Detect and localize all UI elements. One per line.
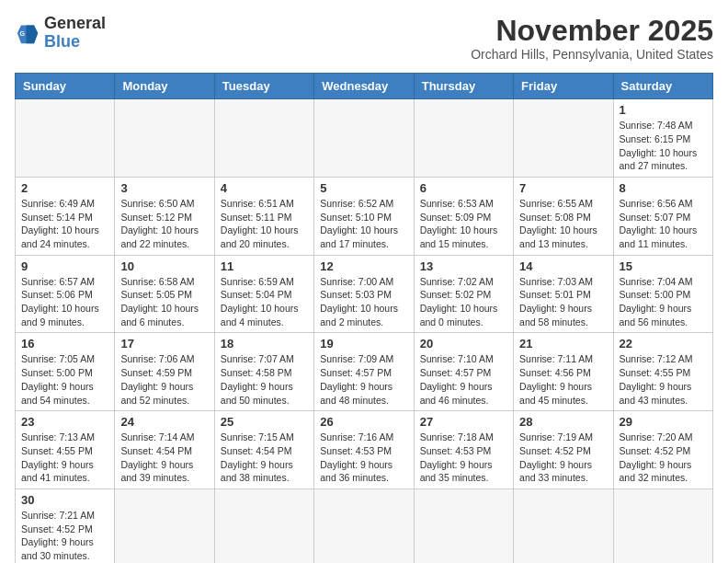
day-number: 5 <box>320 181 407 195</box>
day-info: Sunrise: 7:06 AM Sunset: 4:59 PM Dayligh… <box>120 352 208 407</box>
day-info: Sunrise: 7:16 AM Sunset: 4:53 PM Dayligh… <box>320 431 407 485</box>
day-info: Sunrise: 7:02 AM Sunset: 5:02 PM Dayligh… <box>420 275 507 329</box>
title-block: November 2025 Orchard Hills, Pennsylvani… <box>471 15 713 62</box>
calendar-cell: 8Sunrise: 6:56 AM Sunset: 5:07 PM Daylig… <box>613 177 712 255</box>
calendar-cell: 20Sunrise: 7:10 AM Sunset: 4:57 PM Dayli… <box>414 333 513 411</box>
calendar-week-row: 30Sunrise: 7:21 AM Sunset: 4:52 PM Dayli… <box>16 488 713 563</box>
calendar-cell: 6Sunrise: 6:53 AM Sunset: 5:09 PM Daylig… <box>414 177 513 255</box>
calendar-cell <box>514 99 613 178</box>
calendar-cell <box>115 488 214 563</box>
calendar-cell: 3Sunrise: 6:50 AM Sunset: 5:12 PM Daylig… <box>115 177 214 255</box>
day-info: Sunrise: 6:59 AM Sunset: 5:04 PM Dayligh… <box>221 275 308 329</box>
weekday-header-wednesday: Wednesday <box>314 74 414 99</box>
day-info: Sunrise: 6:53 AM Sunset: 5:09 PM Dayligh… <box>420 197 507 251</box>
day-info: Sunrise: 6:56 AM Sunset: 5:07 PM Dayligh… <box>620 197 707 251</box>
day-number: 28 <box>519 415 607 429</box>
day-number: 26 <box>320 415 407 429</box>
day-number: 4 <box>221 181 308 195</box>
day-info: Sunrise: 7:13 AM Sunset: 4:55 PM Dayligh… <box>21 431 108 485</box>
day-info: Sunrise: 7:21 AM Sunset: 4:52 PM Dayligh… <box>21 509 108 563</box>
calendar-cell <box>514 488 613 563</box>
day-number: 27 <box>420 415 507 429</box>
month-title: November 2025 <box>471 15 713 47</box>
day-info: Sunrise: 7:10 AM Sunset: 4:57 PM Dayligh… <box>420 352 507 407</box>
day-info: Sunrise: 7:05 AM Sunset: 5:00 PM Dayligh… <box>21 352 108 407</box>
day-number: 29 <box>620 415 707 429</box>
calendar-cell <box>613 488 712 563</box>
calendar-cell <box>214 488 313 563</box>
calendar-cell: 12Sunrise: 7:00 AM Sunset: 5:03 PM Dayli… <box>314 255 414 333</box>
weekday-header-monday: Monday <box>115 74 214 99</box>
svg-text:G: G <box>20 30 26 37</box>
logo-general-text: General <box>44 14 106 32</box>
page-header: G General Blue November 2025 Orchard Hil… <box>15 15 713 62</box>
calendar-cell: 25Sunrise: 7:15 AM Sunset: 4:54 PM Dayli… <box>214 411 313 489</box>
calendar-cell: 29Sunrise: 7:20 AM Sunset: 4:52 PM Dayli… <box>613 411 712 489</box>
calendar-cell: 16Sunrise: 7:05 AM Sunset: 5:00 PM Dayli… <box>16 333 115 411</box>
day-info: Sunrise: 6:57 AM Sunset: 5:06 PM Dayligh… <box>21 275 108 329</box>
day-number: 1 <box>620 103 707 117</box>
day-number: 20 <box>420 337 507 350</box>
day-info: Sunrise: 6:50 AM Sunset: 5:12 PM Dayligh… <box>120 197 208 251</box>
day-number: 19 <box>320 337 407 350</box>
calendar-week-row: 16Sunrise: 7:05 AM Sunset: 5:00 PM Dayli… <box>16 333 713 411</box>
day-number: 9 <box>21 259 108 273</box>
day-number: 23 <box>21 415 108 429</box>
calendar-cell: 18Sunrise: 7:07 AM Sunset: 4:58 PM Dayli… <box>214 333 313 411</box>
calendar-cell: 23Sunrise: 7:13 AM Sunset: 4:55 PM Dayli… <box>16 411 115 489</box>
calendar-cell <box>414 488 513 563</box>
calendar-cell: 17Sunrise: 7:06 AM Sunset: 4:59 PM Dayli… <box>115 333 214 411</box>
day-number: 16 <box>21 337 108 350</box>
logo-label: General Blue <box>44 15 106 52</box>
logo-blue-text: Blue <box>44 32 80 51</box>
weekday-header-saturday: Saturday <box>613 74 712 99</box>
day-number: 10 <box>120 259 208 273</box>
calendar-week-row: 9Sunrise: 6:57 AM Sunset: 5:06 PM Daylig… <box>16 255 713 333</box>
day-number: 8 <box>620 181 707 195</box>
day-number: 18 <box>221 337 308 350</box>
day-number: 7 <box>519 181 607 195</box>
day-number: 15 <box>620 259 707 273</box>
day-info: Sunrise: 7:11 AM Sunset: 4:56 PM Dayligh… <box>519 352 607 407</box>
day-info: Sunrise: 7:14 AM Sunset: 4:54 PM Dayligh… <box>120 431 208 485</box>
day-info: Sunrise: 7:15 AM Sunset: 4:54 PM Dayligh… <box>221 431 308 485</box>
weekday-header-thursday: Thursday <box>414 74 513 99</box>
calendar-cell: 2Sunrise: 6:49 AM Sunset: 5:14 PM Daylig… <box>16 177 115 255</box>
calendar-cell: 1Sunrise: 7:48 AM Sunset: 6:15 PM Daylig… <box>613 99 712 178</box>
day-info: Sunrise: 6:52 AM Sunset: 5:10 PM Dayligh… <box>320 197 407 251</box>
weekday-header-friday: Friday <box>514 74 613 99</box>
day-number: 2 <box>21 181 108 195</box>
calendar-cell: 28Sunrise: 7:19 AM Sunset: 4:52 PM Dayli… <box>514 411 613 489</box>
calendar-cell: 14Sunrise: 7:03 AM Sunset: 5:01 PM Dayli… <box>514 255 613 333</box>
generalblue-logo-icon: G <box>15 20 40 46</box>
logo: G General Blue <box>15 15 106 52</box>
calendar-cell <box>314 488 414 563</box>
day-number: 30 <box>21 493 108 507</box>
calendar-cell: 9Sunrise: 6:57 AM Sunset: 5:06 PM Daylig… <box>16 255 115 333</box>
calendar-cell <box>115 99 214 178</box>
day-info: Sunrise: 7:04 AM Sunset: 5:00 PM Dayligh… <box>620 275 707 329</box>
calendar-cell: 19Sunrise: 7:09 AM Sunset: 4:57 PM Dayli… <box>314 333 414 411</box>
calendar-cell: 11Sunrise: 6:59 AM Sunset: 5:04 PM Dayli… <box>214 255 313 333</box>
day-info: Sunrise: 7:48 AM Sunset: 6:15 PM Dayligh… <box>620 119 707 173</box>
calendar-cell: 22Sunrise: 7:12 AM Sunset: 4:55 PM Dayli… <box>613 333 712 411</box>
day-number: 21 <box>519 337 607 350</box>
calendar-cell: 27Sunrise: 7:18 AM Sunset: 4:53 PM Dayli… <box>414 411 513 489</box>
calendar-cell: 24Sunrise: 7:14 AM Sunset: 4:54 PM Dayli… <box>115 411 214 489</box>
calendar-cell: 30Sunrise: 7:21 AM Sunset: 4:52 PM Dayli… <box>16 488 115 563</box>
day-number: 11 <box>221 259 308 273</box>
day-number: 3 <box>120 181 208 195</box>
calendar-header-row: SundayMondayTuesdayWednesdayThursdayFrid… <box>16 74 713 99</box>
calendar-week-row: 23Sunrise: 7:13 AM Sunset: 4:55 PM Dayli… <box>16 411 713 489</box>
day-number: 17 <box>120 337 208 350</box>
weekday-header-sunday: Sunday <box>16 74 115 99</box>
calendar-cell <box>414 99 513 178</box>
day-info: Sunrise: 7:12 AM Sunset: 4:55 PM Dayligh… <box>620 352 707 407</box>
weekday-header-tuesday: Tuesday <box>214 74 313 99</box>
calendar-week-row: 1Sunrise: 7:48 AM Sunset: 6:15 PM Daylig… <box>16 99 713 178</box>
day-number: 6 <box>420 181 507 195</box>
calendar-week-row: 2Sunrise: 6:49 AM Sunset: 5:14 PM Daylig… <box>16 177 713 255</box>
day-number: 13 <box>420 259 507 273</box>
day-number: 14 <box>519 259 607 273</box>
calendar-cell: 5Sunrise: 6:52 AM Sunset: 5:10 PM Daylig… <box>314 177 414 255</box>
